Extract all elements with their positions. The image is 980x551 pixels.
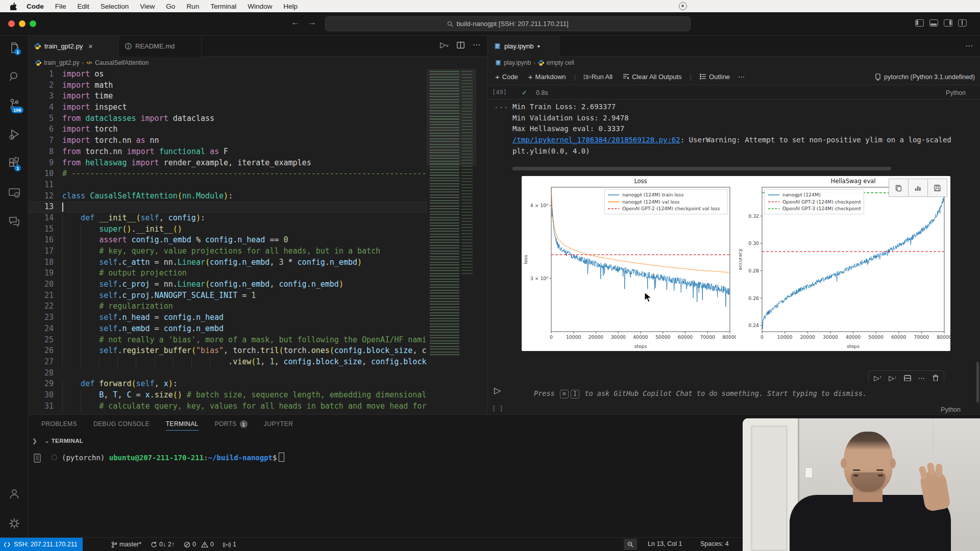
navigate-back-icon[interactable]: ←: [291, 17, 300, 28]
section-chevron-icon[interactable]: ⌄: [44, 438, 52, 444]
close-window-button[interactable]: [8, 20, 15, 27]
menu-item-selection[interactable]: Selection: [95, 3, 135, 10]
code-line-26[interactable]: 26 self.register_buffer("bias", torch.tr…: [28, 345, 427, 357]
code-line-22[interactable]: 22 # regularization: [28, 301, 427, 312]
code-line-19[interactable]: 19 # output projection: [28, 268, 427, 279]
code-line-4[interactable]: 4import inspect: [28, 102, 427, 113]
code-line-24[interactable]: 24 self.n_embd = config.n_embd: [28, 323, 427, 335]
remote-indicator[interactable]: SSH: 207.211.170.211: [0, 538, 83, 551]
terminal-prompt[interactable]: (pytorchn) ubuntu@207-211-170-211:~/buil…: [52, 453, 284, 462]
dirty-indicator-icon[interactable]: •: [537, 44, 541, 49]
git-branch-indicator[interactable]: master*: [111, 541, 141, 548]
code-line-7[interactable]: 7import torch.nn as nn: [28, 135, 427, 146]
code-line-8[interactable]: 8from torch.nn import functional as F: [28, 146, 427, 158]
code-line-15[interactable]: 15 super().__init__(): [28, 224, 427, 235]
indentation-indicator[interactable]: Spaces: 4: [700, 540, 729, 547]
breadcrumb-cell[interactable]: empty cell: [547, 59, 574, 66]
collapse-output-icon[interactable]: ···: [494, 104, 508, 112]
add-markdown-cell-button[interactable]: +Markdown: [525, 71, 569, 82]
code-editor[interactable]: 1import os2import math3import time4impor…: [28, 69, 427, 414]
breadcrumb-file[interactable]: train_gpt2.py: [44, 59, 79, 66]
navigate-forward-icon[interactable]: →: [308, 17, 316, 28]
code-line-17[interactable]: 17 # key, query, value projections for a…: [28, 246, 427, 257]
menu-item-file[interactable]: File: [50, 3, 72, 10]
cell-language-picker[interactable]: Python: [941, 406, 961, 413]
code-line-2[interactable]: 2import math: [28, 80, 427, 91]
chart-output-button[interactable]: [908, 179, 928, 197]
clear-all-outputs-button[interactable]: Clear All Outputs: [620, 72, 685, 82]
menu-item-help[interactable]: Help: [278, 3, 303, 10]
code-line-30[interactable]: 30 B, T, C = x.size() # batch size, sequ…: [28, 390, 427, 401]
kernel-picker[interactable]: pytorchn (Python 3.1.undefined): [875, 69, 975, 85]
ports-indicator[interactable]: 1: [223, 541, 236, 548]
delete-cell-icon[interactable]: [933, 374, 939, 382]
panel-tab-ports[interactable]: PORTS1: [215, 415, 248, 433]
close-tab-icon[interactable]: ×: [88, 42, 92, 51]
panel-tab-problems[interactable]: PROBLEMS: [41, 415, 77, 433]
save-output-button[interactable]: [927, 179, 947, 197]
more-actions-icon[interactable]: ⋯: [473, 40, 480, 49]
more-actions-icon[interactable]: ⋯: [965, 41, 973, 51]
panel-tab-debug-console[interactable]: DEBUG CONSOLE: [93, 415, 150, 433]
problems-indicator[interactable]: 0 0: [184, 541, 214, 548]
menu-item-edit[interactable]: Edit: [72, 3, 95, 10]
code-line-16[interactable]: 16 assert config.n_embd % config.n_head …: [28, 235, 427, 246]
code-line-3[interactable]: 3import time: [28, 91, 427, 102]
comments-icon[interactable]: [8, 215, 21, 228]
customize-layout-icon[interactable]: [958, 19, 967, 27]
split-cell-icon[interactable]: [904, 375, 911, 382]
zoom-status-icon[interactable]: [624, 539, 637, 550]
run-cell-button[interactable]: ▷: [494, 385, 501, 396]
zoom-window-button[interactable]: [30, 20, 36, 27]
outline-button[interactable]: Outline: [697, 72, 733, 82]
code-line-14[interactable]: 14 def __init__(self, config):: [28, 213, 427, 224]
menu-item-terminal[interactable]: Terminal: [205, 3, 242, 10]
menu-item-view[interactable]: View: [134, 3, 160, 10]
code-line-31[interactable]: 31 # calculate query, key, values for al…: [28, 401, 427, 412]
code-line-23[interactable]: 23 self.n_head = config.n_head: [28, 312, 427, 323]
menu-item-window[interactable]: Window: [242, 3, 278, 10]
apple-menu-icon[interactable]: [10, 3, 17, 10]
code-line-12[interactable]: 12class CausalSelfAttention(nn.Module):: [28, 191, 427, 202]
cursor-position-indicator[interactable]: Ln 13, Col 1: [648, 540, 682, 547]
toolbar-more-icon[interactable]: ⋯: [738, 73, 745, 81]
breadcrumb-symbol[interactable]: CausalSelfAttention: [95, 59, 149, 66]
code-line-20[interactable]: 20 self.c_proj = nn.Linear(config.n_embd…: [28, 279, 427, 290]
code-line-18[interactable]: 18 self.c_attn = nn.Linear(config.n_embd…: [28, 257, 427, 268]
accounts-icon[interactable]: [8, 487, 21, 500]
code-line-6[interactable]: 6import torch: [28, 124, 427, 135]
search-sidebar-icon[interactable]: [8, 70, 21, 83]
tab-readme[interactable]: README.md: [119, 35, 202, 57]
code-line-9[interactable]: 9from hellaswag import render_example, i…: [28, 158, 427, 169]
output-horizontal-scrollbar[interactable]: [512, 167, 891, 170]
minimize-window-button[interactable]: [19, 20, 26, 27]
command-center-search[interactable]: build-nanogpt [SSH: 207.211.170.211]: [325, 16, 691, 31]
menu-item-code[interactable]: Code: [21, 3, 50, 10]
code-line-5[interactable]: 5from dataclasses import dataclass: [28, 113, 427, 124]
menu-item-run[interactable]: Run: [181, 3, 205, 10]
code-line-27[interactable]: 27 .view(1, 1, config.block_size, config…: [28, 357, 427, 368]
panel-tab-jupyter[interactable]: JUPYTER: [264, 415, 293, 433]
code-line-21[interactable]: 21 self.c_proj.NANOGPT_SCALE_INIT = 1: [28, 290, 427, 302]
panel-tab-terminal[interactable]: TERMINAL: [166, 415, 199, 433]
toggle-panel-icon[interactable]: [929, 19, 938, 27]
empty-code-cell[interactable]: Press ⌘I to ask GitHub Copilot Chat to d…: [512, 381, 960, 406]
run-debug-icon[interactable]: [8, 128, 21, 141]
split-editor-icon[interactable]: [457, 42, 464, 48]
git-sync-indicator[interactable]: 0↓ 2↑: [151, 541, 175, 548]
remote-explorer-icon[interactable]: ss: [8, 186, 21, 199]
copy-output-button[interactable]: [889, 179, 909, 197]
toggle-secondary-sidebar-icon[interactable]: [944, 19, 952, 27]
settings-gear-icon[interactable]: [8, 517, 21, 530]
code-line-29[interactable]: 29 def forward(self, x):: [28, 379, 427, 390]
notebook-scrollbar[interactable]: [976, 362, 979, 403]
breadcrumb-file[interactable]: play.ipynb: [504, 59, 531, 66]
warning-source-link[interactable]: /tmp/ipykernel_1786384/2018569128.py:62: [512, 136, 680, 144]
code-line-10[interactable]: 10# ------------------------------------…: [28, 168, 427, 180]
code-line-25[interactable]: 25 # not really a 'bias', more of a mask…: [28, 335, 427, 346]
tab-play-ipynb[interactable]: play.ipynb •: [488, 35, 559, 57]
minimap[interactable]: [427, 69, 476, 414]
tab-train-gpt2[interactable]: train_gpt2.py ×: [28, 35, 119, 57]
code-line-11[interactable]: 11: [28, 180, 427, 191]
run-python-file-icon[interactable]: ▷˅: [440, 40, 449, 49]
